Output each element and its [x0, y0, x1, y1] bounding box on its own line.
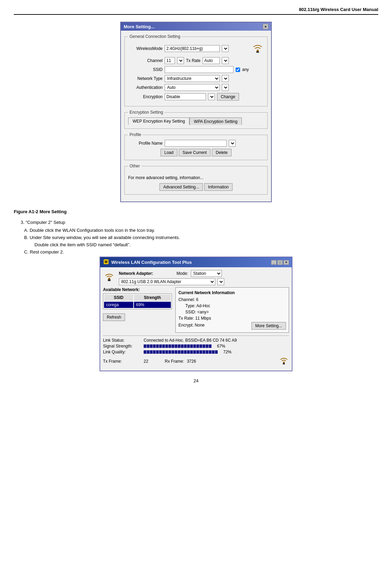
txrate-info: Tx Rate: 11 Mbps — [178, 316, 286, 321]
mode-select[interactable]: Station AP — [191, 270, 222, 277]
step-b-1: B. Under Site survey window, you will se… — [24, 235, 378, 240]
wep-tab[interactable]: WEP Encryption Key Setting — [128, 117, 189, 125]
mode-row: Network Adapter: Mode: Station AP — [119, 270, 224, 277]
network-type-select[interactable]: Infrastructure Ad-Hoc — [165, 75, 220, 82]
available-network-title: Available Network: — [103, 287, 172, 292]
available-network-panel: Available Network: SSID Strength corega … — [103, 287, 172, 333]
current-network-info: Current Network Information Channel: 6 T… — [175, 287, 289, 333]
adapter-dropdown[interactable] — [217, 278, 224, 285]
encryption-input[interactable] — [165, 93, 206, 100]
tool-body: Network Adapter: Mode: Station AP 802.11… — [100, 267, 292, 371]
maximize-button[interactable]: □ — [277, 260, 283, 265]
signal-strength-row: Signal Strength: 67% — [103, 344, 289, 349]
wireless-mode-dropdown[interactable] — [222, 45, 229, 52]
change-button[interactable]: Change — [217, 93, 239, 101]
general-connection-legend: General Connection Setting — [128, 34, 182, 39]
bottom-wifi-icon — [279, 355, 289, 367]
tx-frame-label: Tx Frame: — [103, 359, 141, 364]
link-status-value: Connected to Ad-Hoc. BSSID=EA B6 CD 74 6… — [144, 338, 237, 343]
save-current-button[interactable]: Save Current — [179, 149, 211, 156]
page-number: 24 — [14, 378, 378, 383]
network-ssid-cell: corega — [104, 302, 133, 308]
link-status-section: Link Status: Connected to Ad-Hoc. BSSID=… — [103, 335, 289, 367]
svg-rect-5 — [108, 279, 111, 281]
network-type-row: Network Type Infrastructure Ad-Hoc — [128, 75, 264, 82]
adapter-select-row: 802.11g USB 2.0 WLAN Adapter — [119, 278, 224, 285]
close-button[interactable]: × — [263, 24, 268, 29]
tool-icon: W — [103, 259, 109, 266]
load-button[interactable]: Load — [161, 149, 177, 156]
wireless-tool-dialog: W Wireless LAN Configuration Tool Plus _… — [100, 257, 292, 371]
refresh-button[interactable]: Refresh — [103, 313, 125, 321]
page-header: 802.11b/g Wireless Card User Manual — [14, 7, 378, 15]
ssid-input[interactable] — [165, 66, 234, 73]
more-setting-button[interactable]: More Setting... — [251, 322, 286, 330]
wireless-mode-input[interactable] — [165, 45, 220, 52]
figure-caption: Figure A1-2 More Setting — [14, 209, 378, 214]
svg-text:W: W — [104, 260, 108, 264]
mode-label: Mode: — [177, 271, 188, 276]
svg-point-6 — [283, 362, 285, 363]
auth-select[interactable]: Auto Open System Shared Key — [165, 84, 220, 91]
encrypt-info: Encrypt: None — [178, 323, 205, 328]
wpa-tab[interactable]: WPA Encryption Setting — [189, 117, 242, 125]
step-c: C. Rest computer 2. — [24, 249, 378, 255]
delete-button[interactable]: Delete — [212, 149, 231, 156]
txrate-input[interactable] — [203, 57, 220, 64]
strength-column-header: Strength — [134, 294, 171, 301]
rx-frame-value: 3726 — [187, 359, 196, 364]
signal-strength-bars — [144, 344, 212, 348]
tool-titlebar: W Wireless LAN Configuration Tool Plus _… — [100, 257, 292, 267]
auth-dropdown[interactable] — [222, 84, 229, 91]
type-info: Type: Ad-Hoc — [185, 303, 286, 308]
encryption-setting-legend: Encryption Setting — [128, 110, 164, 115]
network-type-dropdown[interactable] — [222, 75, 229, 82]
encryption-tabs: WEP Encryption Key Setting WPA Encryptio… — [128, 117, 264, 125]
link-status-row: Link Status: Connected to Ad-Hoc. BSSID=… — [103, 338, 289, 343]
tool-title: Wireless LAN Configuration Tool Plus — [111, 260, 192, 265]
current-network-title: Current Network Information — [178, 290, 286, 295]
svg-rect-1 — [256, 51, 259, 53]
general-connection-group: General Connection Setting WirelessMode — [124, 34, 268, 106]
dialog-body: General Connection Setting WirelessMode — [121, 31, 271, 201]
tx-frame-value: 22 — [144, 359, 148, 364]
txrate-dropdown[interactable] — [222, 57, 229, 64]
network-row[interactable]: corega 69% — [104, 302, 171, 308]
auth-row: Authentication Auto Open System Shared K… — [128, 84, 264, 91]
channel-dropdown[interactable] — [177, 57, 184, 64]
encryption-dropdown[interactable] — [208, 93, 215, 100]
information-button[interactable]: Information — [204, 183, 233, 191]
profile-name-input[interactable] — [165, 140, 227, 147]
manual-title: 802.11b/g Wireless Card User Manual — [299, 7, 378, 12]
minimize-button[interactable]: _ — [271, 260, 277, 265]
wireless-mode-label: WirelessMode — [128, 46, 163, 51]
window-buttons: _ □ × — [271, 260, 289, 265]
svg-rect-7 — [283, 363, 285, 364]
channel-info: Channel: 6 — [178, 297, 286, 302]
ssid-any-label: any — [242, 67, 249, 72]
ssid-label: SSID — [128, 67, 163, 72]
more-setting-dialog: More Setting... × General Connection Set… — [120, 22, 272, 202]
adapter-mode-row: Network Adapter: Mode: Station AP 802.11… — [103, 270, 289, 285]
channel-input[interactable] — [165, 57, 175, 64]
ssid-column-header: SSID — [104, 294, 133, 301]
network-adapter-label: Network Adapter: — [119, 271, 153, 276]
adapter-select[interactable]: 802.11g USB 2.0 WLAN Adapter — [119, 278, 215, 285]
close-window-button[interactable]: × — [283, 260, 289, 265]
adapter-icon — [103, 271, 115, 284]
profile-name-dropdown[interactable] — [229, 140, 236, 147]
other-legend: Other — [128, 164, 141, 168]
encryption-label: Encryption — [128, 94, 163, 99]
encryption-setting-group: Encryption Setting WEP Encryption Key Se… — [124, 110, 268, 129]
txrate-label: Tx Rate — [186, 58, 200, 63]
encrypt-more-row: Encrypt: None More Setting... — [178, 322, 286, 330]
advanced-setting-button[interactable]: Advanced Setting... — [159, 183, 203, 191]
network-section: Available Network: SSID Strength corega … — [103, 287, 289, 333]
link-quality-percent: 72% — [223, 350, 231, 354]
other-description: For more advanced setting, information..… — [128, 175, 204, 180]
profile-legend: Profile — [128, 132, 143, 137]
dialog-titlebar: More Setting... × — [121, 22, 271, 31]
signal-strength-percent: 67% — [217, 344, 225, 349]
rx-frame-label: Rx Frame: — [165, 359, 184, 364]
ssid-any-checkbox[interactable] — [236, 68, 240, 72]
